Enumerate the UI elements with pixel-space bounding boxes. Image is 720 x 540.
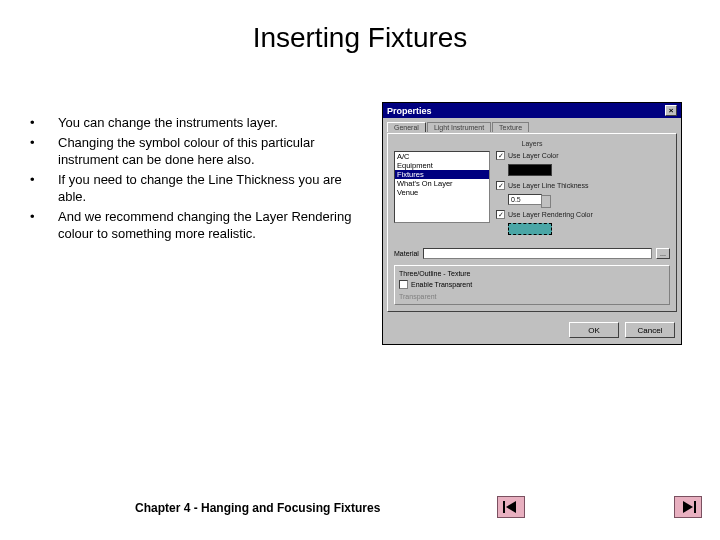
enable-transparent-checkbox[interactable] (399, 280, 408, 289)
material-field[interactable] (423, 248, 652, 259)
material-browse-button[interactable]: ... (656, 248, 670, 259)
material-label: Material (394, 250, 419, 257)
use-layer-rendering-checkbox[interactable]: ✓ (496, 210, 505, 219)
layer-color-swatch[interactable] (508, 164, 552, 176)
list-item[interactable]: Equipment (395, 161, 489, 170)
svg-marker-1 (506, 501, 516, 513)
next-icon (679, 500, 697, 514)
prev-icon (502, 500, 520, 514)
prev-slide-button[interactable] (497, 496, 525, 518)
use-layer-rendering-label: Use Layer Rendering Color (508, 211, 593, 218)
group-header: Three/Outline - Texture (399, 270, 665, 277)
list-item: •You can change the instruments layer. (30, 114, 370, 132)
chapter-footer: Chapter 4 - Hanging and Focusing Fixture… (135, 501, 380, 515)
bullet-list: •You can change the instruments layer. •… (30, 114, 370, 345)
enable-transparent-label: Enable Transparent (411, 281, 472, 288)
cancel-button[interactable]: Cancel (625, 322, 675, 338)
rendering-color-swatch[interactable] (508, 223, 552, 235)
page-title: Inserting Fixtures (0, 0, 720, 54)
list-item: •Changing the symbol colour of this part… (30, 134, 370, 169)
svg-rect-3 (694, 501, 696, 513)
list-item: •And we recommend changing the Layer Ren… (30, 208, 370, 243)
close-icon[interactable]: × (665, 105, 677, 116)
use-layer-color-label: Use Layer Color (508, 152, 559, 159)
list-item: •If you need to change the Line Thicknes… (30, 171, 370, 206)
dialog-title-text: Properties (387, 106, 432, 116)
transparent-sub-label: Transparent (399, 293, 665, 300)
layers-listbox[interactable]: A/C Equipment Fixtures What's On Layer V… (394, 151, 490, 223)
ok-button[interactable]: OK (569, 322, 619, 338)
properties-dialog: Properties × General Light Instrument Te… (382, 102, 682, 345)
tab-general[interactable]: General (387, 122, 426, 132)
list-item[interactable]: Venue (395, 188, 489, 197)
tab-light-instrument[interactable]: Light Instrument (427, 122, 491, 132)
list-item[interactable]: What's On Layer (395, 179, 489, 188)
dialog-titlebar: Properties × (383, 103, 681, 118)
svg-rect-0 (503, 501, 505, 513)
tab-texture[interactable]: Texture (492, 122, 529, 132)
texture-group: Three/Outline - Texture Enable Transpare… (394, 265, 670, 305)
list-item[interactable]: Fixtures (395, 170, 489, 179)
next-slide-button[interactable] (674, 496, 702, 518)
list-item[interactable]: A/C (395, 152, 489, 161)
thickness-stepper[interactable]: 0.5 (508, 194, 542, 205)
layers-caption: Layers (394, 140, 670, 147)
use-layer-thickness-label: Use Layer Line Thickness (508, 182, 588, 189)
use-layer-thickness-checkbox[interactable]: ✓ (496, 181, 505, 190)
use-layer-color-checkbox[interactable]: ✓ (496, 151, 505, 160)
svg-marker-2 (683, 501, 693, 513)
